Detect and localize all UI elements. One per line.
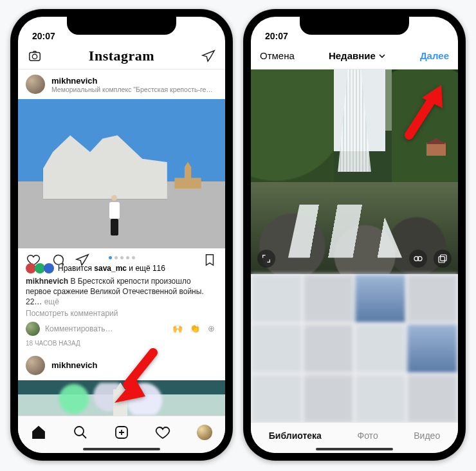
photo-thumb[interactable] [354,374,407,423]
photo-thumb[interactable] [251,374,303,423]
photo-thumb[interactable] [407,274,459,324]
status-time: 20:07 [32,31,55,41]
photo-thumb[interactable] [303,374,355,423]
phone-left: 20:07 Instagram mikhnevic [10,9,233,461]
chevron-down-icon [378,52,386,60]
photo-thumb[interactable] [354,274,407,324]
nav-home-icon[interactable] [31,425,46,440]
next-button[interactable]: Далее [420,50,449,61]
post-location[interactable]: Мемориальный комплекс "Брестская крепост… [51,86,213,93]
expand-crop-icon[interactable] [257,250,275,268]
tab-photo[interactable]: Фото [358,430,378,441]
post2-username[interactable]: mikhnevich [51,360,98,370]
avatar[interactable] [26,356,45,375]
svg-rect-12 [441,255,446,261]
post2-header[interactable]: mikhnevich [18,351,225,380]
svg-rect-13 [439,257,444,263]
svg-point-5 [75,427,84,436]
photo-thumb[interactable] [354,324,407,373]
nav-profile-avatar[interactable] [197,425,212,440]
post-header[interactable]: mikhnevich Мемориальный комплекс "Брестс… [18,69,225,99]
avatar[interactable] [26,75,45,94]
quick-emoji[interactable]: 🙌 👏 ⊕ [172,324,217,333]
bookmark-icon[interactable] [202,252,217,268]
my-avatar [26,322,40,336]
app-title: Instagram [89,48,154,64]
photo-grid [251,274,458,423]
home-indicator [316,448,393,450]
boomerang-icon[interactable] [409,250,427,268]
likes-row[interactable]: Нравится sava_mc и ещё 116 [18,263,225,273]
photo-thumb[interactable] [251,324,303,373]
home-indicator [83,448,160,450]
photo-thumb[interactable] [251,274,303,324]
nav-activity-icon[interactable] [155,425,170,440]
album-selector[interactable]: Недавние [329,50,386,61]
svg-rect-3 [30,52,41,60]
notch [300,17,409,35]
status-time: 20:07 [265,31,288,41]
tab-video[interactable]: Видео [414,430,440,441]
nav-create-icon[interactable] [114,425,129,440]
select-multiple-icon[interactable] [434,250,452,268]
direct-message-icon[interactable] [201,48,216,64]
screen-right: 20:07 Отмена Недавние Далее [251,17,458,453]
cancel-button[interactable]: Отмена [260,50,295,61]
app-header: Instagram [18,42,225,69]
post-username[interactable]: mikhnevich [51,76,213,86]
post-caption[interactable]: mikhnevich В Брестской крепости произошл… [18,273,225,308]
picker-header: Отмена Недавние Далее [251,42,458,69]
photo-thumb[interactable] [407,374,459,423]
photo-thumb[interactable] [407,324,459,373]
photo-preview[interactable] [251,69,458,274]
picker-tabs: Библиотека Фото Видео [251,422,458,453]
comment-input[interactable]: Комментировать… [45,324,113,333]
photo-thumb[interactable] [303,324,355,373]
tab-library[interactable]: Библиотека [269,430,322,441]
view-comments-link[interactable]: Посмотреть комментарий [18,308,225,319]
post-timestamp: 18 часов назад [18,338,225,351]
bottom-nav [18,416,225,453]
phone-right: 20:07 Отмена Недавние Далее [243,9,466,461]
camera-icon[interactable] [27,48,42,64]
post-image[interactable] [18,99,225,248]
liker-avatar [44,263,54,273]
photo-thumb[interactable] [303,274,355,324]
nav-search-icon[interactable] [73,425,88,440]
notch [67,17,176,35]
svg-point-4 [32,54,37,59]
add-comment-row[interactable]: Комментировать… 🙌 👏 ⊕ [18,319,225,338]
screen-left: 20:07 Instagram mikhnevic [18,17,225,453]
